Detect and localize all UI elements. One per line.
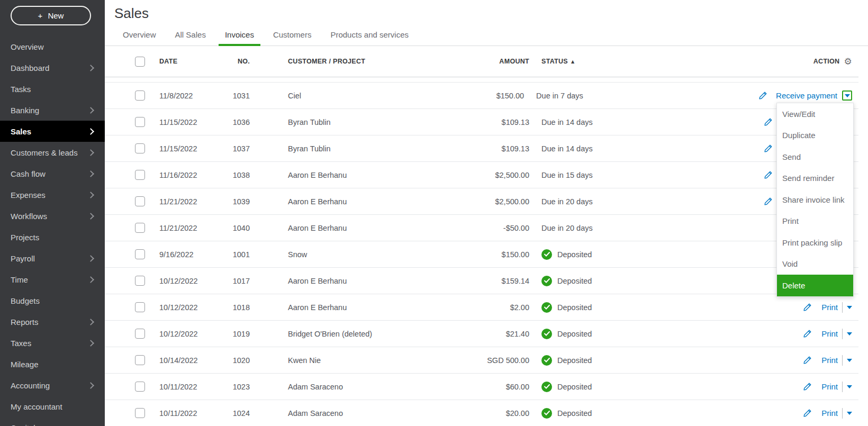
tab-all-sales[interactable]: All Sales [169,30,212,46]
sidebar-item-customers-leads[interactable]: Customers & leads [0,142,105,163]
row-checkbox[interactable] [135,117,145,127]
column-header-customer[interactable]: CUSTOMER / PROJECT [288,58,429,65]
table-row[interactable]: 11/21/20221039Aaron E Berhanu$2,500.00Du… [105,188,858,215]
pencil-icon[interactable] [764,117,773,126]
sidebar-item-time[interactable]: Time [0,269,105,290]
row-checkbox[interactable] [135,170,145,180]
print-link[interactable]: Print [821,356,838,365]
print-dropdown-toggle[interactable] [847,306,852,309]
new-button[interactable]: + New [11,6,91,25]
table-row[interactable]: 11/16/20221038Aaron E Berhanu$2,500.00Du… [105,162,858,188]
cell-status: Deposited [529,382,757,392]
select-all-checkbox[interactable] [135,57,145,67]
cell-action: Print [757,382,852,392]
pencil-icon[interactable] [803,409,812,418]
sidebar-item-mileage[interactable]: Mileage [0,354,105,375]
table-row[interactable]: 10/11/20221024Adam Saraceno$20.00Deposit… [105,400,858,426]
sidebar-item-projects[interactable]: Projects [0,226,105,248]
sidebar-item-capital[interactable]: Capital [0,417,105,426]
status-label: Deposited [557,277,592,285]
sidebar-item-payroll[interactable]: Payroll [0,248,105,269]
print-dropdown-toggle[interactable] [847,332,852,336]
pencil-icon[interactable] [803,329,812,338]
chevron-right-icon [87,276,94,283]
row-checkbox[interactable] [135,276,145,286]
tab-customers[interactable]: Customers [267,30,318,46]
sidebar-item-overview[interactable]: Overview [0,36,105,57]
tab-invoices[interactable]: Invoices [219,30,260,46]
column-header-no[interactable]: NO. [220,58,250,65]
print-link[interactable]: Print [821,382,838,391]
tab-products-and-services[interactable]: Products and services [324,30,415,46]
action-divider [842,329,843,339]
table-row[interactable]: 10/12/20221019Bridget O'Brien (deleted)$… [105,321,858,347]
sidebar-item-accounting[interactable]: Accounting [0,375,105,396]
table-row[interactable]: 10/11/20221023Adam Saraceno$60.00Deposit… [105,374,858,400]
menu-item-print[interactable]: Print [777,211,853,232]
sidebar-item-cash-flow[interactable]: Cash flow [0,163,105,184]
menu-item-void[interactable]: Void [777,253,853,275]
menu-item-send-reminder[interactable]: Send reminder [777,168,853,189]
row-checkbox-cell [135,143,145,153]
pencil-icon[interactable] [758,91,767,100]
sidebar-item-dashboard[interactable]: Dashboard [0,57,105,78]
pencil-icon[interactable] [764,197,773,206]
table-row[interactable]: 10/12/20221018Aaron E Berhanu$2.00Deposi… [105,294,858,321]
sidebar-item-label: Projects [11,233,93,242]
table-row[interactable]: 11/21/20221040Aaron E Berhanu-$50.00Due … [105,215,858,241]
row-checkbox[interactable] [135,143,145,153]
menu-item-send[interactable]: Send [777,146,853,168]
row-checkbox[interactable] [135,382,145,392]
pencil-icon[interactable] [803,356,812,365]
column-header-amount[interactable]: AMOUNT [429,58,529,65]
menu-item-print-packing-slip[interactable]: Print packing slip [777,232,853,253]
sidebar-item-label: Sales [11,127,88,136]
table-row[interactable]: 11/8/20221031Ciel$150.00Due in 7 daysRec… [105,83,858,109]
row-checkbox[interactable] [135,196,145,206]
sidebar-item-sales[interactable]: Sales [0,121,105,142]
cell-customer: Aaron E Berhanu [288,197,429,206]
table-row[interactable]: 10/14/20221020Kwen NieSGD 500.00Deposite… [105,347,858,374]
action-dropdown-toggle[interactable] [842,90,852,101]
sidebar-item-budgets[interactable]: Budgets [0,290,105,311]
pencil-icon[interactable] [764,170,773,179]
print-link[interactable]: Print [821,409,838,418]
receive-payment-link[interactable]: Receive payment [776,91,837,100]
gear-icon[interactable]: ⚙ [844,57,852,66]
row-checkbox[interactable] [135,90,145,101]
row-checkbox[interactable] [135,302,145,312]
pencil-icon[interactable] [803,382,812,391]
print-dropdown-toggle[interactable] [847,412,852,415]
print-dropdown-toggle[interactable] [847,385,852,388]
sidebar-item-my-accountant[interactable]: My accountant [0,396,105,417]
pencil-icon[interactable] [764,144,773,153]
pencil-icon[interactable] [803,303,812,312]
sidebar-item-reports[interactable]: Reports [0,311,105,332]
sidebar-item-tasks[interactable]: Tasks [0,78,105,99]
column-header-status[interactable]: STATUS▲ [529,58,757,65]
print-link[interactable]: Print [821,329,838,338]
table-row[interactable]: 11/15/20221036Byran Tublin$109.13Due in … [105,109,858,135]
menu-item-duplicate[interactable]: Duplicate [777,125,853,147]
row-checkbox[interactable] [135,355,145,365]
sidebar-item-expenses[interactable]: Expenses [0,184,105,205]
table-row[interactable]: 10/12/20221017Aaron E Berhanu$159.14Depo… [105,268,858,294]
chevron-right-icon [87,170,94,177]
sidebar-item-label: Banking [11,106,88,115]
menu-item-share-invoice-link[interactable]: Share invoice link [777,189,853,211]
print-dropdown-toggle[interactable] [847,359,852,362]
sidebar-item-workflows[interactable]: Workflows [0,205,105,226]
sidebar-item-banking[interactable]: Banking [0,99,105,121]
row-checkbox[interactable] [135,408,145,418]
row-checkbox[interactable] [135,223,145,233]
table-row[interactable]: 11/15/20221037Byran Tublin$109.13Due in … [105,135,858,162]
row-checkbox[interactable] [135,249,145,259]
row-checkbox[interactable] [135,329,145,339]
menu-item-delete[interactable]: Delete [777,275,853,296]
column-header-date[interactable]: DATE [159,58,220,65]
tab-overview[interactable]: Overview [116,30,162,46]
menu-item-view-edit[interactable]: View/Edit [777,103,853,125]
table-row[interactable]: 9/16/20221001Snow$150.00Deposited [105,241,858,268]
print-link[interactable]: Print [821,303,838,312]
sidebar-item-taxes[interactable]: Taxes [0,332,105,354]
